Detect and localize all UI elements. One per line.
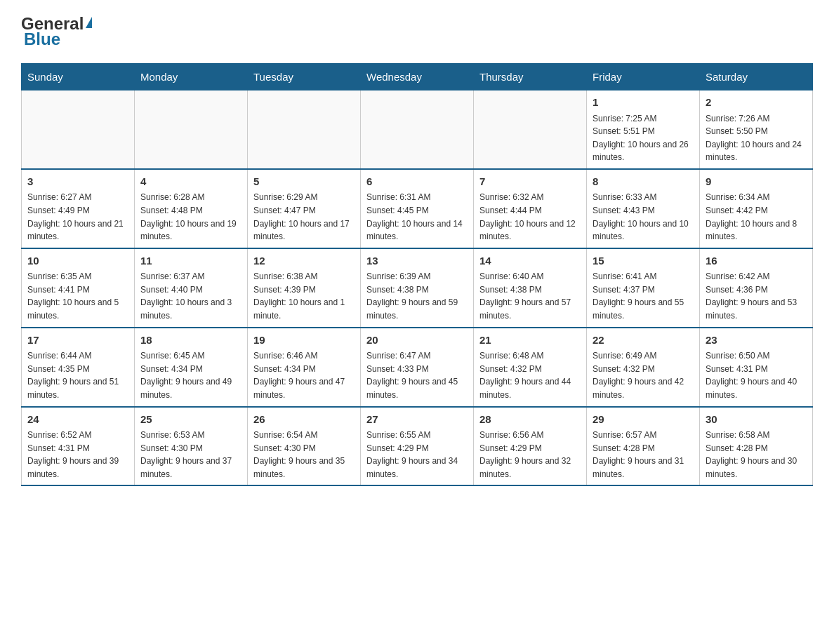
day-info: Sunrise: 6:48 AM Sunset: 4:32 PM Dayligh… <box>479 349 581 401</box>
day-number: 21 <box>479 333 581 349</box>
day-number: 14 <box>479 253 581 269</box>
day-info: Sunrise: 6:55 AM Sunset: 4:29 PM Dayligh… <box>366 429 468 481</box>
day-info: Sunrise: 6:53 AM Sunset: 4:30 PM Dayligh… <box>140 429 241 481</box>
day-info: Sunrise: 7:25 AM Sunset: 5:51 PM Dayligh… <box>593 112 694 164</box>
day-info: Sunrise: 6:52 AM Sunset: 4:31 PM Dayligh… <box>27 429 128 481</box>
day-number: 9 <box>706 174 807 190</box>
calendar-cell: 16Sunrise: 6:42 AM Sunset: 4:36 PM Dayli… <box>700 248 813 328</box>
calendar-cell: 6Sunrise: 6:31 AM Sunset: 4:45 PM Daylig… <box>361 169 474 248</box>
day-number: 25 <box>140 412 241 428</box>
day-number: 15 <box>593 253 694 269</box>
day-number: 27 <box>366 412 468 428</box>
day-info: Sunrise: 6:39 AM Sunset: 4:38 PM Dayligh… <box>366 270 468 322</box>
day-number: 10 <box>27 253 128 269</box>
day-info: Sunrise: 6:34 AM Sunset: 4:42 PM Dayligh… <box>706 191 807 243</box>
calendar-cell: 14Sunrise: 6:40 AM Sunset: 4:38 PM Dayli… <box>474 248 587 328</box>
day-number: 16 <box>706 253 807 269</box>
calendar-cell: 21Sunrise: 6:48 AM Sunset: 4:32 PM Dayli… <box>474 328 587 407</box>
header-sunday: Sunday <box>22 64 135 90</box>
calendar-table: SundayMondayTuesdayWednesdayThursdayFrid… <box>21 63 813 486</box>
day-number: 29 <box>593 412 694 428</box>
calendar-week-1: 1Sunrise: 7:25 AM Sunset: 5:51 PM Daylig… <box>22 90 813 169</box>
day-info: Sunrise: 7:26 AM Sunset: 5:50 PM Dayligh… <box>706 112 807 164</box>
day-number: 7 <box>479 174 581 190</box>
header-saturday: Saturday <box>700 64 813 90</box>
logo-blue-text: Blue <box>24 29 60 49</box>
day-info: Sunrise: 6:37 AM Sunset: 4:40 PM Dayligh… <box>140 270 241 322</box>
day-info: Sunrise: 6:58 AM Sunset: 4:28 PM Dayligh… <box>706 429 807 481</box>
day-number: 24 <box>27 412 128 428</box>
day-info: Sunrise: 6:45 AM Sunset: 4:34 PM Dayligh… <box>140 349 241 401</box>
calendar-cell: 23Sunrise: 6:50 AM Sunset: 4:31 PM Dayli… <box>700 328 813 407</box>
day-number: 26 <box>253 412 355 428</box>
day-info: Sunrise: 6:56 AM Sunset: 4:29 PM Dayligh… <box>479 429 581 481</box>
calendar-week-2: 3Sunrise: 6:27 AM Sunset: 4:49 PM Daylig… <box>22 169 813 248</box>
calendar-cell: 20Sunrise: 6:47 AM Sunset: 4:33 PM Dayli… <box>361 328 474 407</box>
day-info: Sunrise: 6:47 AM Sunset: 4:33 PM Dayligh… <box>366 349 468 401</box>
day-info: Sunrise: 6:41 AM Sunset: 4:37 PM Dayligh… <box>593 270 694 322</box>
day-info: Sunrise: 6:38 AM Sunset: 4:39 PM Dayligh… <box>253 270 355 322</box>
calendar-cell: 25Sunrise: 6:53 AM Sunset: 4:30 PM Dayli… <box>135 407 248 486</box>
calendar-week-4: 17Sunrise: 6:44 AM Sunset: 4:35 PM Dayli… <box>22 328 813 407</box>
header-tuesday: Tuesday <box>248 64 361 90</box>
day-info: Sunrise: 6:46 AM Sunset: 4:34 PM Dayligh… <box>253 349 355 401</box>
logo: General Blue <box>21 14 92 49</box>
calendar-cell: 22Sunrise: 6:49 AM Sunset: 4:32 PM Dayli… <box>587 328 700 407</box>
calendar-cell: 13Sunrise: 6:39 AM Sunset: 4:38 PM Dayli… <box>361 248 474 328</box>
calendar-cell <box>248 90 361 169</box>
calendar-cell: 3Sunrise: 6:27 AM Sunset: 4:49 PM Daylig… <box>22 169 135 248</box>
calendar-cell: 26Sunrise: 6:54 AM Sunset: 4:30 PM Dayli… <box>248 407 361 486</box>
calendar-cell: 7Sunrise: 6:32 AM Sunset: 4:44 PM Daylig… <box>474 169 587 248</box>
calendar-cell: 1Sunrise: 7:25 AM Sunset: 5:51 PM Daylig… <box>587 90 700 169</box>
day-number: 8 <box>593 174 694 190</box>
header-wednesday: Wednesday <box>361 64 474 90</box>
day-info: Sunrise: 6:42 AM Sunset: 4:36 PM Dayligh… <box>706 270 807 322</box>
day-info: Sunrise: 6:27 AM Sunset: 4:49 PM Dayligh… <box>27 191 128 243</box>
day-info: Sunrise: 6:49 AM Sunset: 4:32 PM Dayligh… <box>593 349 694 401</box>
calendar-cell: 28Sunrise: 6:56 AM Sunset: 4:29 PM Dayli… <box>474 407 587 486</box>
calendar-cell: 17Sunrise: 6:44 AM Sunset: 4:35 PM Dayli… <box>22 328 135 407</box>
day-number: 1 <box>593 95 694 111</box>
calendar-cell: 19Sunrise: 6:46 AM Sunset: 4:34 PM Dayli… <box>248 328 361 407</box>
day-info: Sunrise: 6:31 AM Sunset: 4:45 PM Dayligh… <box>366 191 468 243</box>
day-info: Sunrise: 6:44 AM Sunset: 4:35 PM Dayligh… <box>27 349 128 401</box>
calendar-cell: 9Sunrise: 6:34 AM Sunset: 4:42 PM Daylig… <box>700 169 813 248</box>
calendar-cell <box>22 90 135 169</box>
calendar-cell <box>135 90 248 169</box>
day-info: Sunrise: 6:32 AM Sunset: 4:44 PM Dayligh… <box>479 191 581 243</box>
day-number: 23 <box>706 333 807 349</box>
day-number: 13 <box>366 253 468 269</box>
day-number: 22 <box>593 333 694 349</box>
calendar-cell: 11Sunrise: 6:37 AM Sunset: 4:40 PM Dayli… <box>135 248 248 328</box>
day-number: 17 <box>27 333 128 349</box>
day-number: 30 <box>706 412 807 428</box>
day-info: Sunrise: 6:29 AM Sunset: 4:47 PM Dayligh… <box>253 191 355 243</box>
header-friday: Friday <box>587 64 700 90</box>
page-header: General Blue <box>21 14 813 49</box>
day-number: 12 <box>253 253 355 269</box>
calendar-cell: 15Sunrise: 6:41 AM Sunset: 4:37 PM Dayli… <box>587 248 700 328</box>
day-info: Sunrise: 6:40 AM Sunset: 4:38 PM Dayligh… <box>479 270 581 322</box>
calendar-cell: 24Sunrise: 6:52 AM Sunset: 4:31 PM Dayli… <box>22 407 135 486</box>
calendar-cell: 18Sunrise: 6:45 AM Sunset: 4:34 PM Dayli… <box>135 328 248 407</box>
day-number: 4 <box>140 174 241 190</box>
day-info: Sunrise: 6:33 AM Sunset: 4:43 PM Dayligh… <box>593 191 694 243</box>
calendar-header-row: SundayMondayTuesdayWednesdayThursdayFrid… <box>22 64 813 90</box>
calendar-week-3: 10Sunrise: 6:35 AM Sunset: 4:41 PM Dayli… <box>22 248 813 328</box>
day-number: 18 <box>140 333 241 349</box>
day-number: 6 <box>366 174 468 190</box>
day-number: 20 <box>366 333 468 349</box>
day-info: Sunrise: 6:50 AM Sunset: 4:31 PM Dayligh… <box>706 349 807 401</box>
calendar-cell: 30Sunrise: 6:58 AM Sunset: 4:28 PM Dayli… <box>700 407 813 486</box>
day-number: 2 <box>706 95 807 111</box>
calendar-cell: 27Sunrise: 6:55 AM Sunset: 4:29 PM Dayli… <box>361 407 474 486</box>
calendar-cell <box>361 90 474 169</box>
calendar-cell: 10Sunrise: 6:35 AM Sunset: 4:41 PM Dayli… <box>22 248 135 328</box>
day-number: 28 <box>479 412 581 428</box>
calendar-cell: 8Sunrise: 6:33 AM Sunset: 4:43 PM Daylig… <box>587 169 700 248</box>
calendar-cell <box>474 90 587 169</box>
header-monday: Monday <box>135 64 248 90</box>
calendar-cell: 4Sunrise: 6:28 AM Sunset: 4:48 PM Daylig… <box>135 169 248 248</box>
logo-triangle-icon <box>86 17 92 28</box>
day-info: Sunrise: 6:57 AM Sunset: 4:28 PM Dayligh… <box>593 429 694 481</box>
